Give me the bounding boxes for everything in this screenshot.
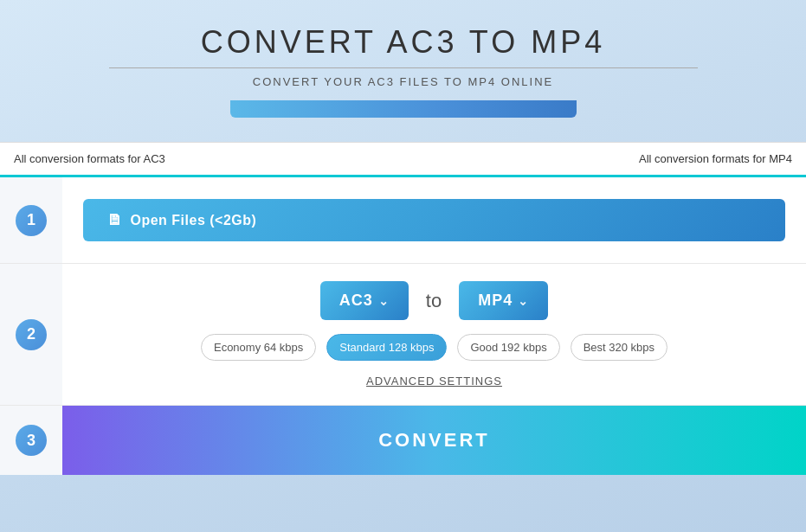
step-3-circle: 3 — [16, 425, 47, 456]
quality-economy-button[interactable]: Economy 64 kbps — [201, 334, 316, 361]
page-subtitle: CONVERT YOUR AC3 FILES TO MP4 ONLINE — [17, 75, 789, 88]
from-format-button[interactable]: AC3 ⌄ — [320, 281, 409, 320]
page-title: CONVERT AC3 TO MP4 — [17, 24, 789, 61]
step-2-row: 2 AC3 ⌄ to MP4 ⌄ Economy 64 kbps Standar… — [0, 264, 806, 406]
advanced-settings-link[interactable]: ADVANCED SETTINGS — [366, 375, 502, 388]
to-format-chevron-icon: ⌄ — [518, 294, 529, 308]
upload-bar — [230, 100, 577, 118]
format-nav-bar: All conversion formats for AC3 All conve… — [0, 142, 806, 175]
divider — [109, 67, 698, 68]
step-2-circle: 2 — [16, 319, 47, 350]
step-1-row: 1 🗎 Open Files (<2Gb) — [0, 177, 806, 264]
step-1-circle: 1 — [16, 205, 47, 236]
from-format-chevron-icon: ⌄ — [378, 294, 390, 308]
main-content: 1 🗎 Open Files (<2Gb) 2 AC3 ⌄ to — [0, 175, 806, 475]
quality-standard-button[interactable]: Standard 128 kbps — [326, 334, 447, 361]
open-files-button[interactable]: 🗎 Open Files (<2Gb) — [83, 199, 785, 241]
quality-options-row: Economy 64 kbps Standard 128 kbps Good 1… — [201, 334, 667, 361]
quality-good-button[interactable]: Good 192 kbps — [457, 334, 559, 361]
to-format-button[interactable]: MP4 ⌄ — [459, 281, 548, 320]
step-3-row: 3 CONVERT — [0, 406, 806, 475]
quality-best-button[interactable]: Best 320 kbps — [571, 334, 667, 361]
format-selector-row: AC3 ⌄ to MP4 ⌄ — [320, 281, 548, 320]
step-2-content: AC3 ⌄ to MP4 ⌄ Economy 64 kbps Standard … — [62, 264, 806, 405]
to-label: to — [426, 290, 442, 312]
upload-bar-partial — [230, 100, 577, 118]
step-1-content: 🗎 Open Files (<2Gb) — [62, 177, 806, 263]
format-nav-left[interactable]: All conversion formats for AC3 — [14, 152, 165, 165]
step-3-number-col: 3 — [0, 406, 62, 475]
format-nav-right[interactable]: All conversion formats for MP4 — [639, 152, 792, 165]
file-icon: 🗎 — [107, 211, 124, 229]
convert-button[interactable]: CONVERT — [62, 406, 806, 475]
step-1-number-col: 1 — [0, 177, 62, 263]
page-header: CONVERT AC3 TO MP4 CONVERT YOUR AC3 FILE… — [0, 0, 806, 142]
step-2-number-col: 2 — [0, 264, 62, 405]
